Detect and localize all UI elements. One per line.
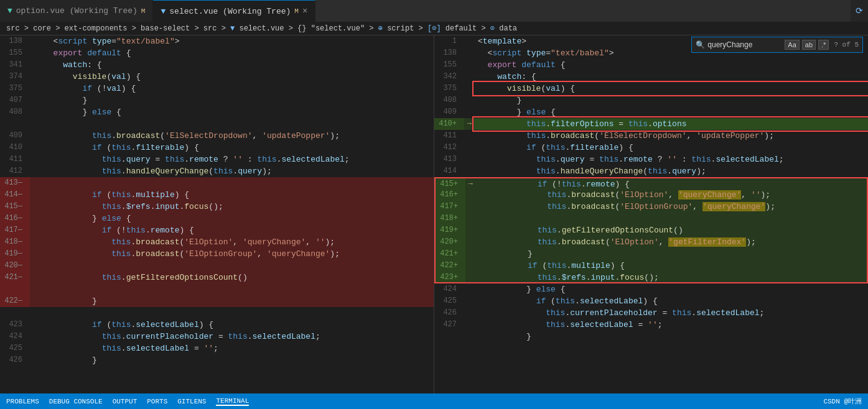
line-number: 419+ xyxy=(436,224,465,236)
line-content: this.handleQueryChange(this.query); xyxy=(474,165,868,177)
diff-marker xyxy=(30,283,40,295)
line-content: } xyxy=(475,248,867,260)
line-number: 409 xyxy=(0,130,30,142)
table-row: 138 <script type="text/babel"> xyxy=(0,35,434,47)
line-number: 409 xyxy=(434,106,464,118)
main-area: 138 <script type="text/babel"> 155 expor… xyxy=(0,35,868,393)
diff-marker xyxy=(30,59,40,71)
tab-select-vue[interactable]: ▼ select.vue (Working Tree) M × xyxy=(153,0,315,22)
status-gitlens[interactable]: GITLENS xyxy=(177,398,206,405)
search-input[interactable] xyxy=(707,40,782,49)
line-content: this.broadcast('ElOption', 'queryChange'… xyxy=(475,189,867,201)
table-row: 417— if (!this.remote) { xyxy=(0,224,434,236)
line-number: 420— xyxy=(0,260,30,272)
diff-marker xyxy=(464,142,474,154)
diff-marker xyxy=(30,189,40,201)
diff-marker xyxy=(465,213,475,224)
diff-marker xyxy=(465,272,475,282)
line-content: this.broadcast('ElSelectDropdown', 'upda… xyxy=(474,130,868,142)
table-row: 421+ } xyxy=(434,248,868,260)
right-code-area: 1 <template> 138 <script type="text/babe… xyxy=(434,35,868,393)
status-problems[interactable]: PROBLEMS xyxy=(6,398,39,405)
status-ports[interactable]: PORTS xyxy=(147,398,167,405)
diff-marker xyxy=(464,165,474,177)
line-number: 423+ xyxy=(436,272,465,282)
line-content: this.handleQueryChange(this.query); xyxy=(40,165,434,177)
tab-icon-select: ▼ xyxy=(161,7,166,16)
search-whole-word[interactable]: ab xyxy=(802,40,816,50)
search-regex[interactable]: .* xyxy=(818,40,829,50)
status-output[interactable]: OUTPUT xyxy=(113,398,138,405)
line-number: 408 xyxy=(0,106,30,118)
table-row: 427 this.selectedLabel = ''; xyxy=(434,319,868,331)
line-number: 411 xyxy=(434,130,464,142)
line-content: if (this.selectedLabel) { xyxy=(40,319,434,331)
line-content: } else { xyxy=(474,283,868,295)
line-number: 415— xyxy=(0,201,30,213)
tab-close-select[interactable]: × xyxy=(302,6,307,16)
status-terminal[interactable]: TERMINAL xyxy=(216,397,249,406)
table-row: 414— if (this.multiple) { xyxy=(0,189,434,201)
diff-marker xyxy=(30,260,40,272)
table-row: 422— } xyxy=(0,295,434,307)
diff-marker xyxy=(30,83,40,94)
diff-marker xyxy=(30,342,40,354)
line-content xyxy=(40,283,434,295)
line-number: 426 xyxy=(434,307,464,319)
line-content: if (this.filterable) { xyxy=(40,142,434,154)
line-number: 425 xyxy=(0,342,30,354)
line-content: this.broadcast('ElOption', 'queryChange'… xyxy=(40,236,434,248)
table-row: 410+ → this.filterOptions = this.options xyxy=(434,118,868,130)
diff-marker xyxy=(464,59,474,71)
diff-marker xyxy=(30,248,40,260)
table-row: 411 this.query = this.remote ? '' : this… xyxy=(0,154,434,165)
line-number: 341 xyxy=(0,59,30,71)
diff-marker xyxy=(30,331,40,342)
line-content: this.broadcast('ElOptionGroup', 'queryCh… xyxy=(40,248,434,260)
diff-marker xyxy=(464,283,474,295)
line-number: 375 xyxy=(0,83,30,94)
line-content: } else { xyxy=(40,213,434,224)
diff-marker xyxy=(30,142,40,154)
left-editor: 138 <script type="text/babel"> 155 expor… xyxy=(0,35,434,393)
status-debug-console[interactable]: DEBUG CONSOLE xyxy=(49,398,103,405)
tab-spacer xyxy=(315,0,851,22)
table-row: 341 watch: { xyxy=(0,59,434,71)
table-row: 423+ this.$refs.input.focus(); xyxy=(434,272,868,283)
line-number: 408 xyxy=(434,94,464,106)
search-box: 🔍 Aa ab .* ? of 5 xyxy=(691,37,863,53)
line-content: } else { xyxy=(40,106,434,118)
line-number: 422+ xyxy=(436,260,465,272)
table-row: 420+ this.broadcast('ElOption', 'getFilt… xyxy=(434,236,868,248)
line-number: 413 xyxy=(434,154,464,165)
diff-marker xyxy=(30,118,40,130)
line-content: this.getFilteredOptionsCount() xyxy=(475,224,867,236)
diff-marker xyxy=(464,106,474,118)
diff-marker xyxy=(30,154,40,165)
line-content: this.currentPlaceholder = this.selectedL… xyxy=(40,331,434,342)
tab-modified-select: M xyxy=(294,7,299,15)
tab-option-vue[interactable]: ▼ option.vue (Working Tree) M xyxy=(0,0,153,22)
line-number: 375 xyxy=(434,83,464,94)
search-match-case[interactable]: Aa xyxy=(785,40,799,50)
diff-marker xyxy=(30,94,40,106)
refresh-icon[interactable]: ⟳ xyxy=(856,6,863,16)
table-row: 418+ xyxy=(434,213,868,224)
diff-marker xyxy=(465,189,475,201)
table-row: 416+ this.broadcast('ElOption', 'queryCh… xyxy=(434,189,868,201)
diff-marker xyxy=(465,260,475,272)
line-content: <script type="text/babel"> xyxy=(40,35,434,47)
diff-marker xyxy=(464,130,474,142)
table-row: 418— this.broadcast('ElOption', 'queryCh… xyxy=(0,236,434,248)
line-content: if (!this.remote) { xyxy=(40,224,434,236)
line-content: this.selectedLabel = ''; xyxy=(40,342,434,354)
line-content xyxy=(40,177,434,189)
line-content: } xyxy=(474,94,868,106)
line-content: visible(val) { xyxy=(40,71,434,83)
tab-bar: ▼ option.vue (Working Tree) M ▼ select.v… xyxy=(0,0,868,22)
diff-marker xyxy=(464,71,474,83)
line-number xyxy=(434,331,464,342)
diff-marker xyxy=(30,71,40,83)
diff-marker xyxy=(30,236,40,248)
table-row: 155 export default { xyxy=(0,47,434,59)
